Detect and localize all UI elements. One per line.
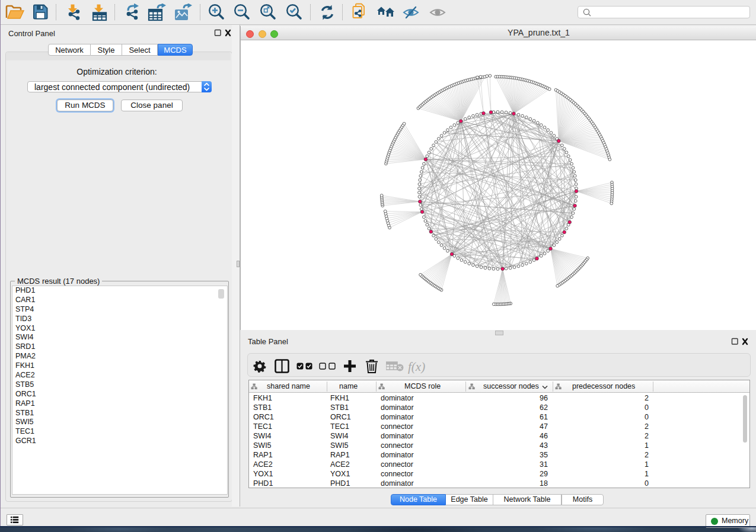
svg-text:f(x): f(x) <box>408 360 425 374</box>
